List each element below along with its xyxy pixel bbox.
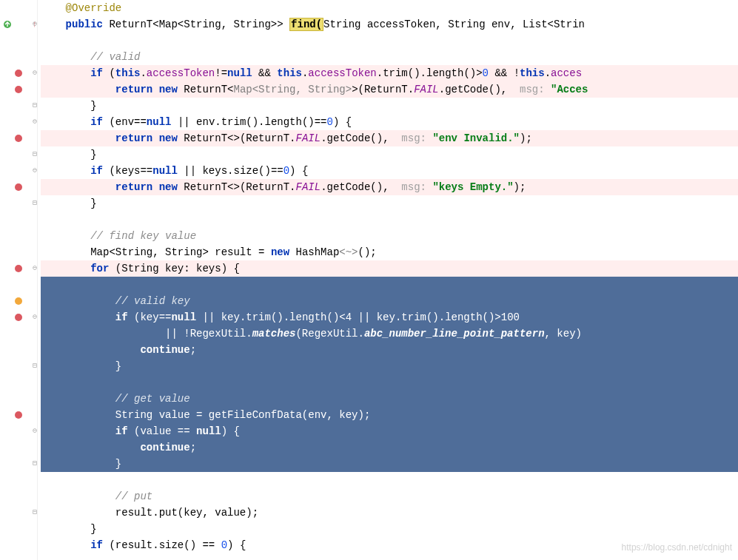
code-line: public ReturnT<Map<String, String>> find… [41,16,738,33]
breakpoint-icon[interactable] [0,179,37,195]
fold-toggle-icon[interactable]: ⊖ [31,260,38,277]
fold-toggle-icon[interactable]: ⊖ [31,163,38,179]
fold-end-icon[interactable]: ⊟ [31,146,38,163]
code-line: } [41,521,738,537]
code-line: return new ReturnT<>(ReturnT.FAIL.getCod… [41,179,738,195]
fold-toggle-icon[interactable]: ⊖ [31,114,38,130]
code-line: } [41,195,738,212]
code-line: // valid [41,49,738,65]
fold-toggle-icon[interactable]: ⊖ [31,423,38,439]
code-line [41,212,738,228]
code-line-selected: String value = getFileConfData(env, key)… [41,407,738,423]
code-line: if (env==null || env.trim().length()==0)… [41,114,738,130]
code-line: } [41,146,738,163]
code-line [41,472,738,488]
fold-toggle-icon[interactable]: ⊖ [31,309,38,325]
fold-toggle-icon[interactable]: ⊖ [31,65,38,81]
code-line-selected: // get value [41,391,738,407]
search-highlight: find( [289,18,323,31]
breakpoint-icon[interactable] [0,130,37,146]
code-line-selected: } [41,456,738,472]
code-line-selected: continue; [41,439,738,456]
code-line: for (String key: keys) { [41,260,738,277]
code-line: return new ReturnT<Map<String, String>>(… [41,81,738,98]
code-line-selected [41,277,738,293]
fold-end-icon[interactable]: ⊟ [31,456,38,472]
breakpoint-icon[interactable] [0,81,37,98]
fold-end-icon[interactable]: ⊟ [31,98,38,114]
code-line: Map<String, String> result = new HashMap… [41,244,738,260]
code-line: result.put(key, value); [41,505,738,521]
code-line: // find key value [41,228,738,244]
code-line-selected: || !RegexUtil.matches(RegexUtil.abc_numb… [41,325,738,342]
code-line: } [41,98,738,114]
code-line: return new ReturnT<>(ReturnT.FAIL.getCod… [41,130,738,146]
breakpoint-icon[interactable] [0,407,37,423]
code-line-selected: if (value == null) { [41,423,738,439]
annotation: @Override [66,2,122,14]
fold-toggle-icon[interactable]: ⊖ [31,16,38,33]
code-line: if (this.accessToken!=null && this.acces… [41,65,738,81]
code-line [41,33,738,49]
code-line-selected: continue; [41,342,738,358]
code-line-selected: } [41,358,738,374]
code-line-selected: // valid key [41,293,738,309]
fold-end-icon[interactable]: ⊟ [31,195,38,212]
code-line: if (keys==null || keys.size()==0) { [41,163,738,179]
code-line-selected [41,374,738,391]
watermark-text: https://blog.csdn.net/cdnight [622,539,732,556]
warning-breakpoint-icon[interactable] [0,293,37,309]
editor-gutter: ↑ ⊖ ⊖ ⊟ ⊖ ⊟ ⊖ ⊟ ⊖ ⊖ ⊟ ⊖ ⊟ ⊟ [0,0,38,560]
code-line: @Override [41,0,738,16]
code-line: // put [41,488,738,505]
code-line-selected: if (key==null || key.trim().length()<4 |… [41,309,738,325]
code-editor[interactable]: @Override public ReturnT<Map<String, Str… [41,0,738,553]
fold-end-icon[interactable]: ⊟ [31,358,38,374]
fold-end-icon[interactable]: ⊟ [31,505,38,521]
